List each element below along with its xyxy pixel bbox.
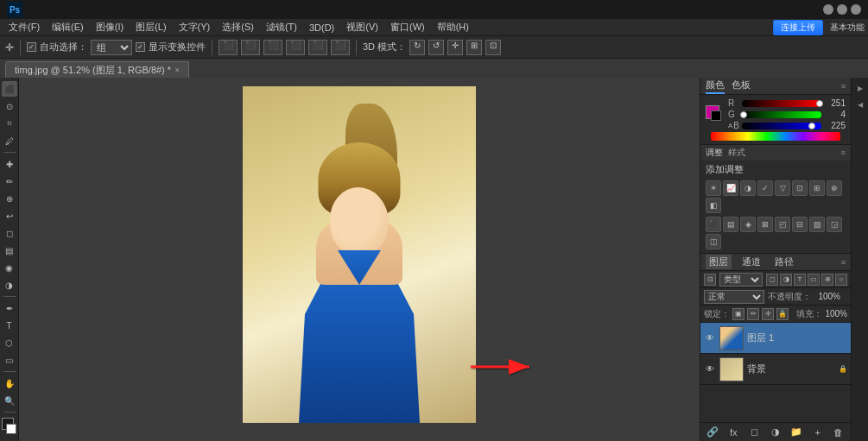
color-tab[interactable]: 颜色	[706, 79, 725, 94]
adj-vibrance-icon[interactable]: ▽	[775, 180, 790, 196]
lasso-tool[interactable]: ⊙	[2, 98, 17, 114]
paths-tab[interactable]: 路径	[771, 255, 797, 269]
canvas-area[interactable]	[19, 78, 700, 441]
shape-tool[interactable]: ▭	[2, 352, 17, 368]
show-transform-checkbox[interactable]: ✓	[136, 42, 145, 52]
menu-help[interactable]: 帮助(H)	[432, 20, 474, 35]
align-center-button[interactable]: ⬛	[241, 40, 260, 55]
layer-item-1[interactable]: 👁 图层 1	[700, 323, 851, 354]
zoom-tool[interactable]: 🔍	[2, 393, 17, 408]
layer-1-visibility-icon[interactable]: 👁	[704, 332, 716, 344]
adj-color-balance-icon[interactable]: ◧	[706, 198, 721, 213]
layer-link-icon[interactable]: 🔗	[706, 425, 719, 439]
adj-selective-icon[interactable]: ◰	[775, 217, 790, 232]
lock-all-icon[interactable]: 🔒	[776, 308, 789, 320]
menu-edit[interactable]: 编辑(E)	[47, 20, 89, 35]
adj-check-icon[interactable]: ✓	[757, 180, 773, 196]
filter-pixel-icon[interactable]: ◻	[766, 274, 778, 286]
lock-pixels-icon[interactable]: ✏	[747, 308, 759, 320]
adj-panel-menu-icon[interactable]: ≡	[841, 148, 846, 157]
background-layer-visibility-icon[interactable]: 👁	[704, 363, 716, 375]
adj-channel-icon[interactable]: ⊞	[809, 180, 825, 196]
g-slider[interactable]	[742, 111, 821, 118]
document-tab[interactable]: timg.jpg @ 51.2% (图层 1, RGB/8#) * ×	[5, 61, 189, 78]
adj-tab-style[interactable]: 样式	[728, 147, 745, 159]
background-color[interactable]	[6, 424, 16, 434]
3d-slide-button[interactable]: ⊞	[466, 40, 482, 55]
lock-transparent-icon[interactable]: ▣	[732, 308, 744, 320]
dodge-tool[interactable]: ◑	[2, 277, 17, 293]
path-tool[interactable]: ⬡	[2, 335, 17, 350]
layer-filter-select[interactable]: 类型	[719, 273, 763, 287]
channels-tab[interactable]: 通道	[738, 255, 764, 269]
text-tool[interactable]: T	[2, 318, 17, 333]
lock-position-icon[interactable]: ✛	[762, 308, 774, 320]
layer-delete-icon[interactable]: 🗑	[832, 425, 846, 439]
adj-gradient-map-icon[interactable]: ▤	[723, 217, 738, 232]
crop-tool[interactable]: ⌗	[2, 116, 17, 131]
align-left-button[interactable]: ⬛	[219, 40, 238, 55]
menu-text[interactable]: 文字(Y)	[174, 20, 216, 35]
menu-view[interactable]: 视图(V)	[341, 20, 383, 35]
menu-select[interactable]: 选择(S)	[217, 20, 259, 35]
menu-image[interactable]: 图像(I)	[91, 20, 129, 35]
adj-curves-icon[interactable]: 📈	[723, 180, 738, 196]
layers-panel-menu-icon[interactable]: ≡	[841, 258, 846, 267]
layer-group-icon[interactable]: 📁	[789, 425, 803, 439]
menu-3d[interactable]: 3D(D)	[304, 22, 339, 34]
minimize-button[interactable]	[823, 4, 833, 15]
color-spectrum[interactable]	[711, 132, 840, 141]
menu-window[interactable]: 窗口(W)	[385, 20, 430, 35]
adj-exposure-icon[interactable]: ◑	[740, 180, 756, 196]
3d-roll-button[interactable]: ↺	[428, 40, 444, 55]
align-bottom-button[interactable]: ⬛	[331, 40, 350, 55]
3d-pan-button[interactable]: ✛	[447, 40, 463, 55]
filter-text-icon[interactable]: T	[794, 274, 806, 286]
adj-levels-icon[interactable]: ▧	[809, 217, 825, 232]
gradient-tool[interactable]: ▤	[2, 243, 17, 258]
tab-close-button[interactable]: ×	[174, 66, 180, 75]
background-color-swatch[interactable]	[711, 110, 721, 121]
adj-posterize-icon[interactable]: ◈	[740, 217, 756, 232]
clone-tool[interactable]: ⊕	[2, 191, 17, 206]
hand-tool[interactable]: ✋	[2, 375, 17, 391]
b-slider[interactable]	[742, 123, 821, 129]
filter-adj-icon[interactable]: ◑	[780, 274, 792, 286]
layer-adj-icon[interactable]: ◑	[769, 425, 782, 439]
filter-smart-icon[interactable]: ⊕	[821, 274, 833, 286]
adj-photo-filter-icon[interactable]: ⊕	[827, 180, 842, 196]
blur-tool[interactable]: ◉	[2, 260, 17, 275]
selection-tool[interactable]: ⬛	[2, 81, 17, 97]
layer-add-icon[interactable]: +	[811, 425, 825, 439]
window-controls[interactable]	[823, 4, 861, 15]
close-button[interactable]	[851, 4, 861, 15]
color-panel-menu-icon[interactable]: ≡	[841, 82, 846, 91]
blend-mode-select[interactable]: 正常	[704, 290, 764, 304]
menu-filter[interactable]: 滤镜(T)	[261, 20, 302, 35]
adj-hue-icon[interactable]: ⊡	[792, 180, 808, 196]
pen-tool[interactable]: ✒	[2, 300, 17, 316]
menu-layer[interactable]: 图层(L)	[130, 20, 171, 35]
3d-rotate-button[interactable]: ↻	[409, 40, 425, 55]
layer-fx-icon[interactable]: fx	[726, 425, 740, 439]
filter-shape-icon[interactable]: ▭	[808, 274, 820, 286]
eyedropper-tool[interactable]: 🖊	[2, 133, 17, 148]
filter-toggle-icon[interactable]: ○	[835, 274, 847, 286]
adj-solid-color-icon[interactable]: ◲	[827, 217, 842, 232]
menu-file[interactable]: 文件(F)	[3, 20, 45, 35]
auto-select-checkbox[interactable]: ✓	[27, 42, 36, 52]
adj-brightness-icon[interactable]: ☀	[706, 180, 721, 196]
brush-tool[interactable]: ✏	[2, 173, 17, 189]
panel-expand-button[interactable]: ◀	[853, 98, 867, 111]
adj-bw-icon[interactable]: ⬛	[706, 217, 721, 232]
align-top-button[interactable]: ⬛	[286, 40, 305, 55]
layer-mask-icon[interactable]: ◻	[748, 425, 762, 439]
adj-tab-adjust[interactable]: 调整	[706, 147, 723, 159]
adj-pattern-icon[interactable]: ◫	[706, 234, 721, 249]
adj-threshold-icon[interactable]: ⊠	[757, 217, 773, 232]
r-slider[interactable]	[742, 100, 821, 107]
panel-collapse-button[interactable]: ▶	[853, 81, 867, 95]
swatches-tab[interactable]: 色板	[732, 79, 751, 94]
healing-tool[interactable]: ✚	[2, 156, 17, 172]
history-brush-tool[interactable]: ↩	[2, 208, 17, 224]
